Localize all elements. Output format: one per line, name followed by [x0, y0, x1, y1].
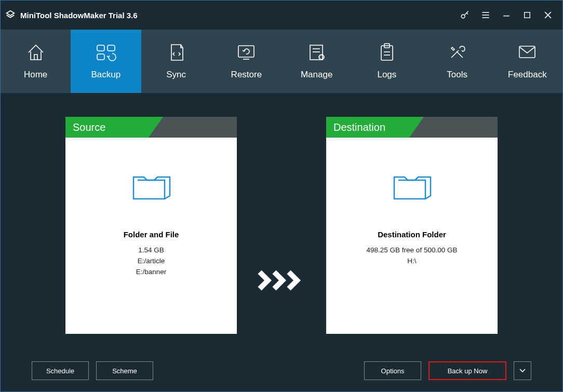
source-card[interactable]: Source Folder and File 1.54 GB E:/articl… [65, 117, 237, 334]
tab-label: Tools [447, 70, 467, 80]
source-path-1: E:/banner [136, 268, 167, 276]
tab-restore[interactable]: Restore [211, 30, 282, 93]
restore-icon [236, 43, 257, 62]
manage-icon [307, 43, 326, 62]
app-title: MiniTool ShadowMaker Trial 3.6 [20, 11, 138, 20]
destination-body: Destination Folder 498.25 GB free of 500… [326, 138, 498, 334]
backup-icon [95, 43, 117, 62]
svg-rect-21 [519, 46, 535, 58]
logs-icon [379, 43, 395, 62]
tab-label: Restore [231, 70, 262, 80]
svg-rect-9 [108, 45, 115, 51]
backup-now-button[interactable]: Back up Now [428, 361, 506, 380]
tab-label: Sync [166, 70, 186, 80]
tab-label: Feedback [508, 70, 547, 80]
tab-label: Home [24, 70, 47, 80]
tab-backup[interactable]: Backup [71, 30, 141, 93]
svg-rect-10 [97, 54, 104, 60]
svg-point-0 [461, 15, 465, 18]
tools-icon [447, 43, 467, 62]
chevron-down-icon [519, 369, 526, 373]
source-title: Folder and File [124, 230, 179, 239]
svg-rect-11 [238, 46, 254, 57]
titlebar: MiniTool ShadowMaker Trial 3.6 [1, 1, 562, 30]
options-button[interactable]: Options [364, 361, 421, 380]
tab-manage[interactable]: Manage [282, 30, 352, 93]
destination-free: 498.25 GB free of 500.00 GB [367, 246, 458, 254]
destination-path: H:\ [407, 257, 416, 265]
minimize-button[interactable] [496, 5, 517, 25]
app-logo-icon [5, 9, 16, 21]
destination-header-label: Destination [326, 117, 409, 138]
tab-tools[interactable]: Tools [422, 30, 492, 93]
tab-label: Manage [301, 70, 332, 80]
destination-title: Destination Folder [378, 230, 446, 239]
destination-card[interactable]: Destination Destination Folder 498.25 GB… [326, 117, 498, 334]
folder-icon [389, 167, 435, 206]
source-header-label: Source [65, 117, 149, 138]
source-header: Source [65, 117, 237, 138]
main-nav: Home Backup Sync Restore [1, 30, 562, 93]
svg-rect-8 [97, 45, 104, 51]
key-icon[interactable] [454, 5, 475, 25]
tab-feedback[interactable]: Feedback [492, 30, 562, 93]
tab-home[interactable]: Home [1, 30, 71, 93]
source-body: Folder and File 1.54 GB E:/article E:/ba… [65, 138, 237, 334]
backup-dropdown-button[interactable] [514, 361, 531, 380]
source-path-0: E:/article [138, 257, 165, 265]
destination-header: Destination [326, 117, 498, 138]
scheme-button[interactable]: Scheme [96, 361, 153, 380]
tab-label: Backup [91, 70, 121, 80]
tab-sync[interactable]: Sync [141, 30, 211, 93]
menu-icon[interactable] [475, 5, 496, 25]
folder-icon [128, 167, 174, 206]
app-window: MiniTool ShadowMaker Trial 3.6 [0, 0, 563, 392]
sync-icon [167, 43, 185, 62]
home-icon [25, 43, 46, 62]
tab-logs[interactable]: Logs [352, 30, 422, 93]
bottom-bar: Schedule Scheme Options Back up Now [1, 350, 562, 391]
feedback-icon [517, 43, 538, 62]
svg-rect-5 [525, 12, 530, 18]
maximize-button[interactable] [517, 5, 538, 25]
tab-label: Logs [377, 70, 396, 80]
source-size: 1.54 GB [138, 246, 164, 254]
schedule-button[interactable]: Schedule [32, 361, 89, 380]
arrow-icon [258, 270, 305, 291]
svg-rect-13 [310, 45, 323, 60]
content-area: Source Folder and File 1.54 GB E:/articl… [1, 93, 562, 350]
close-button[interactable] [538, 5, 558, 25]
